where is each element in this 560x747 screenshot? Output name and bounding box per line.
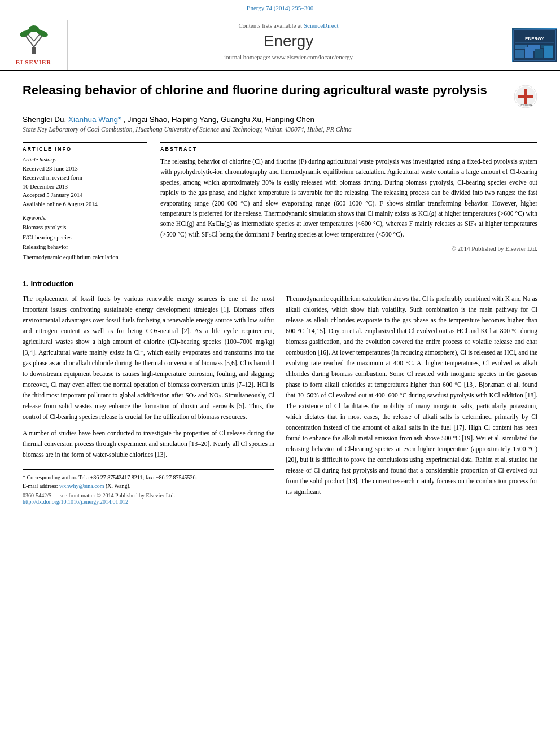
- svg-text:ENERGY: ENERGY: [525, 36, 544, 41]
- journal-reference: Energy 74 (2014) 295–300: [247, 5, 314, 11]
- email-person: (X. Wang).: [106, 483, 130, 489]
- available-online: Available online 6 August 2014: [23, 200, 147, 209]
- intro-right-para-1: Thermodynamic equilibrium calculation sh…: [286, 294, 537, 497]
- sciencedirect-line: Contents lists available at ScienceDirec…: [79, 22, 498, 29]
- abstract-text: The releasing behavior of chlorine (Cl) …: [160, 156, 537, 239]
- email-address[interactable]: wxhwhy@sina.com: [59, 483, 104, 489]
- elsevier-tree-icon: [14, 24, 54, 55]
- sciencedirect-link[interactable]: ScienceDirect: [304, 22, 339, 29]
- elsevier-logo-section: ELSEVIER: [0, 20, 68, 70]
- article-info-abstract: ARTICLE INFO Article history: Received 2…: [23, 142, 537, 268]
- article-info-box: ARTICLE INFO Article history: Received 2…: [23, 142, 147, 263]
- author-shenglei: Shenglei Du,: [23, 115, 68, 124]
- crossmark-badge: CrossMark: [514, 85, 537, 108]
- keyword-3: Releasing behavior: [23, 242, 147, 252]
- svg-rect-17: [515, 50, 524, 58]
- received-date: Received 23 June 2013: [23, 164, 147, 173]
- svg-line-1: [25, 36, 34, 47]
- author-rest: , Jingai Shao, Haiping Yang, Guangfu Xu,…: [123, 115, 314, 124]
- journal-center: Contents lists available at ScienceDirec…: [68, 20, 509, 70]
- abstract-label: ABSTRACT: [160, 146, 537, 152]
- elsevier-wordmark: ELSEVIER: [14, 59, 54, 65]
- keyword-1: Biomass pyrolysis: [23, 222, 147, 233]
- svg-text:CrossMark: CrossMark: [519, 103, 533, 107]
- journal-cover-image: ENERGY: [512, 28, 557, 62]
- corresponding-note: * Corresponding author. Tel.: +86 27 875…: [23, 473, 274, 482]
- abstract-column: ABSTRACT The releasing behavior of chlor…: [160, 142, 537, 268]
- email-line: E-mail address: wxhwhy@sina.com (X. Wang…: [23, 482, 274, 490]
- accepted-date: Accepted 5 January 2014: [23, 191, 147, 200]
- journal-homepage: journal homepage: www.elsevier.com/locat…: [79, 54, 498, 60]
- article-title-section: Releasing behavior of chlorine and fluor…: [23, 82, 537, 108]
- top-bar: Energy 74 (2014) 295–300: [0, 0, 560, 15]
- article-info-column: ARTICLE INFO Article history: Received 2…: [23, 142, 147, 268]
- main-content: Releasing behavior of chlorine and fluor…: [0, 71, 560, 516]
- abstract-box: ABSTRACT The releasing behavior of chlor…: [160, 142, 537, 252]
- affiliation: State Key Laboratory of Coal Combustion,…: [23, 126, 537, 133]
- page: Energy 74 (2014) 295–300: [0, 0, 560, 747]
- svg-rect-18: [525, 47, 533, 58]
- intro-para-1: The replacement of fossil fuels by vario…: [23, 294, 274, 422]
- svg-rect-19: [535, 49, 543, 58]
- history-label: Article history:: [23, 156, 147, 163]
- elsevier-logo-inner: ELSEVIER: [14, 24, 54, 65]
- copyright-line: © 2014 Published by Elsevier Ltd.: [160, 245, 537, 252]
- article-title: Releasing behavior of chlorine and fluor…: [23, 82, 507, 99]
- intro-right: Thermodynamic equilibrium calculation sh…: [286, 294, 537, 505]
- keyword-2: F/Cl-bearing species: [23, 233, 147, 243]
- introduction-section: 1. Introduction The replacement of fossi…: [23, 279, 537, 505]
- keywords-list: Biomass pyrolysis F/Cl-bearing species R…: [23, 222, 147, 263]
- footnote-area: * Corresponding author. Tel.: +86 27 875…: [23, 469, 274, 505]
- article-info-label: ARTICLE INFO: [23, 146, 147, 152]
- intro-two-col: The replacement of fossil fuels by vario…: [23, 294, 537, 505]
- history-subsection: Article history: Received 23 June 2013 R…: [23, 156, 147, 209]
- journal-title: Energy: [79, 32, 498, 50]
- svg-rect-20: [544, 46, 553, 58]
- introduction-heading: 1. Introduction: [23, 279, 537, 288]
- issn-line: 0360-5442/$ — see front matter © 2014 Pu…: [23, 492, 274, 499]
- svg-line-2: [34, 36, 42, 47]
- keyword-4: Thermodynamic equilibrium calculation: [23, 252, 147, 263]
- authors-line: Shenglei Du, Xianhua Wang* , Jingai Shao…: [23, 115, 537, 124]
- intro-para-2: A number of studies have been conducted …: [23, 428, 274, 460]
- svg-rect-0: [32, 47, 36, 54]
- svg-rect-24: [518, 95, 533, 98]
- doi-link[interactable]: http://dx.doi.org/10.1016/j.energy.2014.…: [23, 499, 274, 505]
- contents-available-text: Contents lists available at: [238, 22, 302, 29]
- revised-date: 10 December 2013: [23, 182, 147, 191]
- intro-left: The replacement of fossil fuels by vario…: [23, 294, 274, 505]
- journal-header: ELSEVIER Contents lists available at Sci…: [0, 15, 560, 71]
- email-label: E-mail address:: [23, 483, 58, 489]
- author-xianhua[interactable]: Xianhua Wang*: [68, 115, 121, 124]
- journal-image-box: ENERGY: [509, 20, 560, 70]
- keywords-label: Keywords:: [23, 215, 147, 221]
- svg-point-9: [29, 25, 39, 32]
- received-revised-label: Received in revised form: [23, 173, 147, 182]
- keywords-subsection: Keywords: Biomass pyrolysis F/Cl-bearing…: [23, 215, 147, 263]
